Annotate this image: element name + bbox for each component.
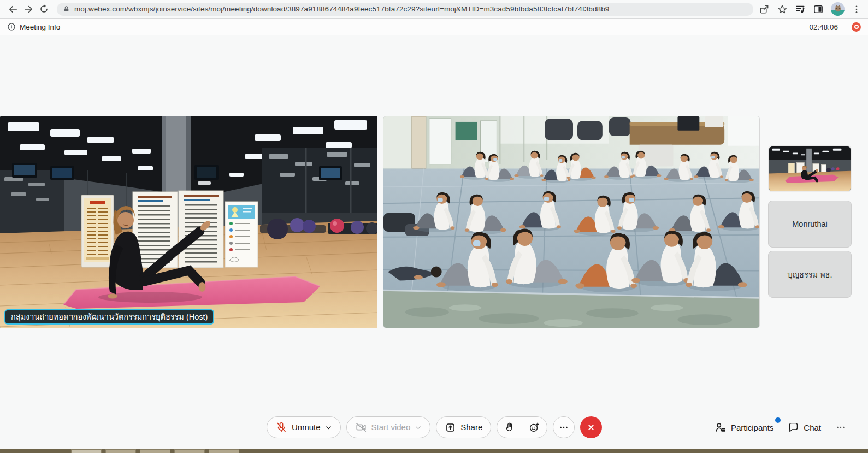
chevron-down-icon[interactable] <box>325 424 332 431</box>
poster-left <box>81 195 114 267</box>
share-button[interactable]: Share <box>436 416 491 438</box>
share-page-icon[interactable] <box>759 4 770 15</box>
bookmark-star-icon[interactable] <box>777 4 788 15</box>
poster-right <box>225 202 258 267</box>
chevron-down-icon[interactable] <box>415 424 422 431</box>
avatar-image <box>831 2 845 16</box>
participants-notification-dot <box>775 417 781 423</box>
reload-button[interactable] <box>36 2 51 17</box>
self-view-scene <box>769 146 851 191</box>
lock-icon <box>63 5 70 13</box>
url-text: moj.webex.com/wbxmjs/joinservice/sites/m… <box>74 5 609 13</box>
taskbar-item[interactable] <box>174 449 205 453</box>
taskbar-item[interactable] <box>140 449 170 453</box>
side-panel-icon[interactable] <box>813 4 824 15</box>
participant-name: Monruthai <box>792 220 827 228</box>
record-dot-icon[interactable] <box>852 22 861 32</box>
reactions-pill <box>497 416 547 438</box>
participants-panel-button[interactable]: Participants <box>715 421 773 433</box>
divider <box>522 422 522 433</box>
taskbar-strip <box>0 449 868 453</box>
video-thumbnail-self[interactable] <box>768 145 852 192</box>
share-label: Share <box>460 416 482 438</box>
start-video-button[interactable]: Start video <box>346 416 431 438</box>
taskbar-item[interactable] <box>71 449 102 453</box>
browser-menu-kebab-icon[interactable] <box>852 4 861 14</box>
share-up-arrow-icon <box>445 422 456 433</box>
profile-avatar[interactable] <box>831 2 845 16</box>
ellipsis-icon <box>835 422 846 433</box>
meeting-timer: 02:48:06 <box>809 23 838 31</box>
participants-label: Participants <box>731 423 773 432</box>
more-panels-button[interactable] <box>835 422 846 433</box>
taskbar-item[interactable] <box>105 449 136 453</box>
divider <box>845 23 845 31</box>
hand-icon[interactable] <box>504 421 516 433</box>
close-x-icon <box>586 422 597 433</box>
participants-video-scene <box>383 116 759 328</box>
unmute-button[interactable]: Unmute <box>267 416 341 438</box>
host-video-scene <box>0 116 377 328</box>
camera-slash-icon <box>355 421 367 433</box>
meeting-info-bar: Meeting Info 02:48:06 <box>0 19 868 35</box>
forward-arrow-icon <box>23 4 34 15</box>
video-tile-participants[interactable] <box>383 116 760 328</box>
back-arrow-icon <box>8 4 19 15</box>
mic-slash-icon <box>275 421 287 433</box>
chat-label: Chat <box>804 423 821 432</box>
meeting-controls: Unmute Start video Share <box>267 416 602 438</box>
chat-bubble-icon <box>788 422 799 433</box>
meeting-info-label: Meeting Info <box>20 23 60 31</box>
webex-meeting-screen: moj.webex.com/wbxmjs/joinservice/sites/m… <box>0 0 868 453</box>
host-name-label: กลุ่มงานถ่ายทอดฯกองพัฒนานวัตกรรมการยุติธ… <box>4 309 214 325</box>
more-options-button[interactable] <box>553 416 575 438</box>
back-button[interactable] <box>5 2 21 17</box>
participant-tile[interactable]: Monruthai <box>768 201 852 248</box>
smiley-plus-icon[interactable] <box>528 421 540 433</box>
ellipsis-icon <box>558 422 569 433</box>
participant-tile[interactable]: บุญธรรม พธ. <box>768 251 852 298</box>
media-controls-extension-icon[interactable] <box>795 4 806 15</box>
reload-icon <box>39 4 49 14</box>
meeting-info-button[interactable]: Meeting Info <box>7 22 60 31</box>
forward-button[interactable] <box>21 2 36 17</box>
taskbar-item[interactable] <box>209 449 239 453</box>
panel-controls: Participants Chat <box>715 416 846 438</box>
chat-panel-button[interactable]: Chat <box>788 422 821 433</box>
browser-toolbar: moj.webex.com/wbxmjs/joinservice/sites/m… <box>0 0 868 19</box>
info-icon <box>7 22 16 31</box>
video-tile-host[interactable]: กลุ่มงานถ่ายทอดฯกองพัฒนานวัตกรรมการยุติธ… <box>0 116 377 328</box>
unmute-label: Unmute <box>292 416 321 438</box>
participant-name: บุญธรรม พธ. <box>787 268 832 281</box>
url-bar[interactable]: moj.webex.com/wbxmjs/joinservice/sites/m… <box>57 3 753 16</box>
leave-meeting-button[interactable] <box>580 416 602 438</box>
participants-icon <box>715 421 727 433</box>
start-video-label: Start video <box>371 416 411 438</box>
